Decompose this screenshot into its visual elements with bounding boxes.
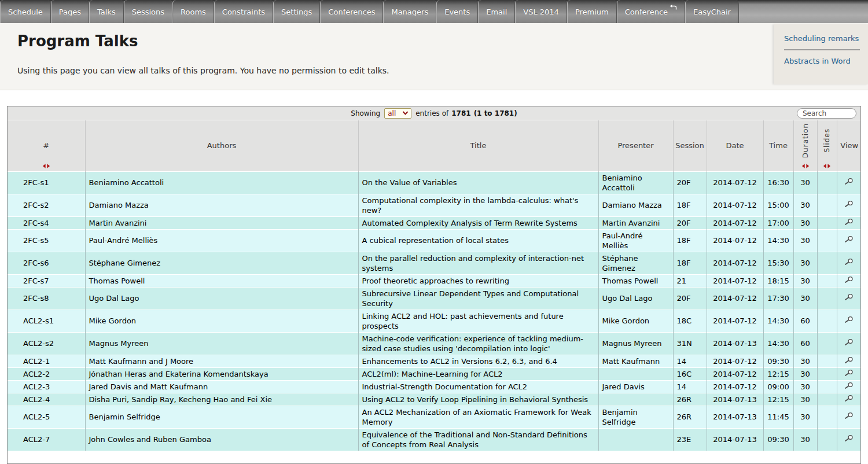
entries-select[interactable]: all <box>384 108 411 119</box>
nav-tab-schedule[interactable]: Schedule <box>0 0 51 23</box>
nav-tab-pages[interactable]: Pages <box>51 0 89 23</box>
nav-tab-email[interactable]: Email <box>478 0 515 23</box>
title-cell: A cubical representation of local states <box>358 229 598 252</box>
entries-range: (1 to 1781) <box>474 109 517 117</box>
id-cell: ACL2-7 <box>8 428 85 451</box>
table-row: 2FC-s8Ugo Dal LagoSubrecursive Linear De… <box>8 287 861 310</box>
slides-cell <box>817 406 837 428</box>
id-cell: ACL2-s1 <box>8 310 85 332</box>
session-cell: 26R <box>673 393 707 406</box>
date-cell: 2014-07-12 <box>707 287 763 310</box>
column-label: Authors <box>207 141 237 150</box>
view-talk-button[interactable] <box>844 178 854 185</box>
view-talk-button[interactable] <box>844 369 854 377</box>
date-cell: 2014-07-12 <box>707 274 763 287</box>
date-cell: 2014-07-12 <box>707 252 763 274</box>
duration-cell: 30 <box>793 393 817 406</box>
view-talk-button[interactable] <box>844 382 854 389</box>
nav-tab-conferences[interactable]: Conferences <box>320 0 383 23</box>
side-link-scheduling-remarks[interactable]: Scheduling remarks <box>784 34 860 43</box>
side-link-abstracts-in-word[interactable]: Abstracts in Word <box>784 57 860 65</box>
view-talk-button[interactable] <box>844 338 854 346</box>
duration-cell: 30 <box>793 287 817 310</box>
time-cell: 15:00 <box>763 194 793 216</box>
presenter-cell: Benjamin Selfridge <box>598 406 673 428</box>
search-input[interactable] <box>797 108 856 119</box>
column-label: Duration <box>801 123 810 158</box>
duration-cell: 30 <box>793 216 817 229</box>
slides-cell <box>817 194 837 216</box>
talks-table: #AuthorsTitlePresenterSessionDateTimeDur… <box>8 120 861 451</box>
sort-arrows-icon[interactable] <box>801 164 809 168</box>
view-talk-button[interactable] <box>844 356 854 364</box>
magnifier-icon <box>844 236 854 245</box>
authors-cell: Jónathan Heras and Ekaterina Komendantsk… <box>85 367 358 380</box>
view-talk-button[interactable] <box>844 293 854 301</box>
magnifier-icon <box>844 201 854 209</box>
table-row: ACL2-1Matt Kaufmann and J MooreEnhanceme… <box>8 355 861 367</box>
title-cell: Linking ACL2 and HOL: past achievements … <box>358 310 598 332</box>
view-talk-button[interactable] <box>844 258 854 266</box>
view-talk-button[interactable] <box>844 316 854 323</box>
table-row: 2FC-s7Thomas PowellProof theoretic appro… <box>8 274 861 287</box>
nav-tab-label: Constraints <box>222 8 265 16</box>
authors-cell: Beniamino Accattoli <box>85 171 358 194</box>
magnifier-icon <box>844 316 854 325</box>
time-cell: 11:45 <box>763 406 793 428</box>
duration-cell: 30 <box>793 380 817 393</box>
column-header-title: Title <box>358 120 598 171</box>
view-talk-button[interactable] <box>844 235 854 243</box>
view-talk-button[interactable] <box>844 276 854 283</box>
nav-tab-events[interactable]: Events <box>436 0 478 23</box>
session-cell: 18F <box>673 229 707 252</box>
nav-tab-talks[interactable]: Talks <box>89 0 124 23</box>
column-label: # <box>43 141 49 150</box>
view-talk-button[interactable] <box>844 395 854 402</box>
session-cell: 14 <box>673 355 707 367</box>
title-cell: Subrecursive Linear Dependent Types and … <box>358 287 598 310</box>
duration-cell: 30 <box>793 428 817 451</box>
sort-arrows-icon[interactable] <box>42 164 50 168</box>
view-cell <box>837 367 861 380</box>
time-cell: 17:00 <box>763 216 793 229</box>
nav-tab-managers[interactable]: Managers <box>383 0 436 23</box>
duration-cell: 30 <box>793 252 817 274</box>
table-header-row: #AuthorsTitlePresenterSessionDateTimeDur… <box>8 120 861 171</box>
slides-cell <box>817 393 837 406</box>
view-cell <box>837 310 861 332</box>
column-label: Session <box>675 141 704 150</box>
nav-tab-rooms[interactable]: Rooms <box>172 0 214 23</box>
nav-tab-label: Talks <box>97 8 116 16</box>
time-cell: 12:15 <box>763 393 793 406</box>
slides-cell <box>817 216 837 229</box>
slides-cell <box>817 355 837 367</box>
presenter-cell <box>598 428 673 451</box>
presenter-cell: Jared Davis <box>598 380 673 393</box>
nav-tab-vsl-2014[interactable]: VSL 2014 <box>515 0 567 23</box>
magnifier-icon <box>844 259 854 267</box>
view-cell <box>837 428 861 451</box>
view-cell <box>837 393 861 406</box>
column-header-session: Session <box>673 120 707 171</box>
authors-cell: Mike Gordon <box>85 310 358 332</box>
nav-tab-label: Conference <box>625 8 668 16</box>
nav-tab-sessions[interactable]: Sessions <box>124 0 172 23</box>
time-cell: 09:30 <box>763 428 793 451</box>
view-talk-button[interactable] <box>844 412 854 419</box>
sort-arrows-icon[interactable] <box>823 164 831 168</box>
table-row: 2FC-s5Paul-André MellièsA cubical repres… <box>8 229 861 252</box>
magnifier-icon <box>844 219 854 227</box>
nav-tab-premium[interactable]: Premium <box>567 0 617 23</box>
authors-cell: Disha Puri, Sandip Ray, Kecheng Hao and … <box>85 393 358 406</box>
view-talk-button[interactable] <box>844 200 854 208</box>
view-talk-button[interactable] <box>844 434 854 442</box>
time-cell: 12:15 <box>763 367 793 380</box>
view-cell <box>837 287 861 310</box>
column-label: Presenter <box>617 141 653 150</box>
nav-tab-conference[interactable]: Conference <box>617 0 685 23</box>
view-talk-button[interactable] <box>844 218 854 226</box>
date-cell: 2014-07-13 <box>707 393 763 406</box>
nav-tab-easychair[interactable]: EasyChair <box>685 0 739 23</box>
nav-tab-settings[interactable]: Settings <box>273 0 320 23</box>
nav-tab-constraints[interactable]: Constraints <box>214 0 273 23</box>
